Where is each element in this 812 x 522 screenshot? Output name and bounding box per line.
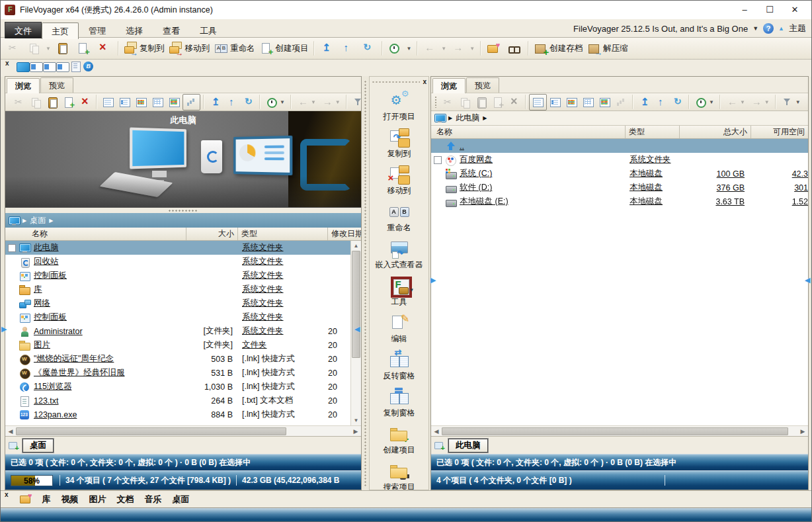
table-row[interactable]: ..	[431, 139, 808, 153]
scroll-left-icon[interactable]: ◀	[431, 428, 442, 435]
refresh-button[interactable]: ▼	[669, 95, 686, 110]
go-up-button[interactable]: ▼	[338, 40, 358, 57]
paste-special-button[interactable]: ▼	[489, 95, 506, 110]
minimize-button[interactable]: –	[732, 2, 757, 18]
tools-button[interactable]: ▼ 工具	[389, 277, 409, 308]
delete-button[interactable]: ▼	[506, 95, 522, 110]
favorite-link[interactable]: 图片	[89, 494, 106, 505]
ribbon-tab[interactable]: 查看	[153, 22, 190, 38]
column-header-date[interactable]: 修改日期	[328, 228, 361, 240]
forward-button[interactable]: ▼	[748, 95, 772, 110]
left-breadcrumb[interactable]: ▶ 桌面 ▶	[5, 213, 361, 228]
pane-tab[interactable]: 预览	[40, 77, 73, 93]
horizontal-scrollbar[interactable]: ◀ ▶	[431, 425, 808, 436]
go-top-button[interactable]: ▼	[317, 40, 338, 57]
ribbon-collapse-icon[interactable]: ▲	[778, 25, 784, 32]
v-list-button[interactable]: ▼	[116, 95, 133, 110]
maximize-button[interactable]: ☐	[757, 2, 782, 18]
copy-button[interactable]: ▼	[27, 95, 44, 110]
favorite-link[interactable]: 库	[42, 494, 51, 505]
table-row[interactable]: "燃烧的远征"周年纪念 503 B [.lnk] 快捷方式 20	[5, 352, 350, 366]
ribbon-tab[interactable]: 管理	[79, 22, 116, 38]
filter-button[interactable]: ▼	[779, 95, 803, 110]
create-archive-button[interactable]: 创建存档▼	[532, 40, 585, 57]
v-details-button[interactable]: ▼	[529, 94, 547, 110]
delete-button[interactable]: ▼	[95, 40, 115, 57]
right-breadcrumb[interactable]: ▶ 此电脑 ▶	[431, 111, 808, 126]
refresh-button[interactable]: ▼	[240, 95, 257, 110]
table-row[interactable]: Administrator [文件夹] 系统文件夹 20	[5, 324, 350, 338]
v-chart-button[interactable]: ▼	[613, 95, 629, 110]
preview-resize-handle[interactable]	[5, 208, 361, 213]
viewer-button[interactable]: ▼ 嵌入式查看器	[376, 239, 423, 271]
forward-button[interactable]: ▼	[319, 95, 343, 110]
copy-pane-button[interactable]: ▼ 复制窗格	[384, 388, 415, 419]
scroll-up-icon[interactable]: ▲	[351, 241, 361, 251]
favorites-button[interactable]: ▼	[484, 40, 505, 57]
copy-button[interactable]: ▼	[25, 40, 54, 57]
history-button[interactable]: ▼	[263, 95, 288, 110]
copy-button[interactable]: ▼	[456, 95, 473, 110]
print-preview-button[interactable]	[69, 62, 82, 72]
v-details-button[interactable]: ▼	[100, 95, 116, 110]
table-row[interactable]: 库 系统文件夹	[5, 283, 350, 296]
cut-button[interactable]: ▼	[11, 95, 27, 110]
ribbon-tab[interactable]: 文件	[5, 22, 42, 38]
cut-button[interactable]: ▼	[5, 40, 25, 57]
news-link[interactable]: FileVoyager 25.12.5 Is Out, and It's a B…	[573, 24, 748, 34]
table-row[interactable]: 本地磁盘 (E:) 本地磁盘 3.63 TB 1.52	[431, 195, 808, 208]
go-up-button[interactable]: ▼	[223, 95, 240, 110]
close-button[interactable]: ✕	[782, 2, 807, 18]
v-list-button[interactable]: ▼	[547, 95, 563, 110]
help-icon[interactable]: ?	[763, 23, 774, 34]
pane-tab[interactable]: 预览	[466, 77, 499, 93]
v-grid-button[interactable]: ▼	[133, 95, 149, 110]
row-checkbox[interactable]	[8, 244, 16, 252]
toolbar-grip[interactable]	[372, 81, 420, 83]
favorites-bar-close-icon[interactable]: x	[5, 491, 9, 498]
table-row[interactable]: 图片 [文件夹] 文件夹 20	[5, 338, 350, 352]
copy-to-button[interactable]: ▼ 复制到	[387, 128, 411, 159]
forward-button[interactable]: ▼	[449, 40, 477, 57]
history-button[interactable]: ▼	[386, 40, 414, 57]
go-top-button[interactable]: ▼	[207, 95, 223, 110]
table-row[interactable]: 软件 (D:) 本地磁盘 376 GB 301	[431, 181, 808, 195]
scroll-right-icon[interactable]: ▶	[797, 428, 808, 435]
table-row[interactable]: 百度网盘 系统文件夹	[431, 153, 808, 167]
table-row[interactable]: 123pan.exe 884 B [.lnk] 快捷方式 20	[5, 408, 350, 421]
delete-button[interactable]: ▼	[77, 95, 93, 110]
move-to-button[interactable]: ▼ 移动到	[387, 165, 411, 196]
column-header-total-size[interactable]: 总大小	[680, 126, 751, 138]
expand-right-arrow-icon[interactable]: ▶	[430, 276, 436, 284]
history-button[interactable]: ▼	[692, 95, 717, 110]
back-button[interactable]: ▼	[421, 40, 449, 57]
back-button[interactable]: ▼	[723, 95, 748, 110]
middle-bar-close-icon[interactable]: x	[420, 78, 426, 85]
layout-split-left-button[interactable]	[29, 62, 42, 72]
scrollbar-thumb[interactable]	[442, 427, 788, 435]
pane-tab[interactable]: 浏览	[432, 78, 466, 93]
go-up-button[interactable]: ▼	[653, 95, 669, 110]
horizontal-scrollbar[interactable]: ◀ ▶	[5, 425, 361, 436]
news-dropdown-icon[interactable]: ▼	[752, 25, 758, 32]
table-row[interactable]: 控制面板 系统文件夹	[5, 310, 350, 324]
pane-tab[interactable]: 浏览	[7, 78, 40, 93]
add-tab-icon[interactable]	[8, 441, 19, 450]
paste-button[interactable]: ▼	[44, 95, 60, 110]
favorite-link[interactable]: 音乐	[145, 494, 162, 505]
row-checkbox[interactable]	[434, 156, 442, 164]
scroll-left-icon[interactable]: ◀	[5, 428, 16, 435]
layout-split-right-button[interactable]	[56, 62, 69, 72]
layout-toolbar-close-icon[interactable]: x	[3, 60, 11, 67]
refresh-button[interactable]: ▼	[358, 40, 379, 57]
column-header-name[interactable]: 名称	[5, 228, 186, 240]
v-table-button[interactable]: ▼	[580, 95, 596, 110]
column-header-type[interactable]: 类型	[238, 228, 328, 240]
v-chart-button[interactable]: ▼	[183, 94, 200, 110]
ribbon-tab[interactable]: 主页	[42, 22, 79, 39]
table-row[interactable]: 123.txt 264 B [.txt] 文本文档 20	[5, 394, 350, 408]
scrollbar-thumb[interactable]	[16, 427, 286, 435]
open-item-button[interactable]: ▼ 打开项目	[384, 91, 415, 122]
rename-button[interactable]: ▼ 重命名	[387, 202, 411, 234]
paste-button[interactable]: ▼	[54, 40, 74, 57]
